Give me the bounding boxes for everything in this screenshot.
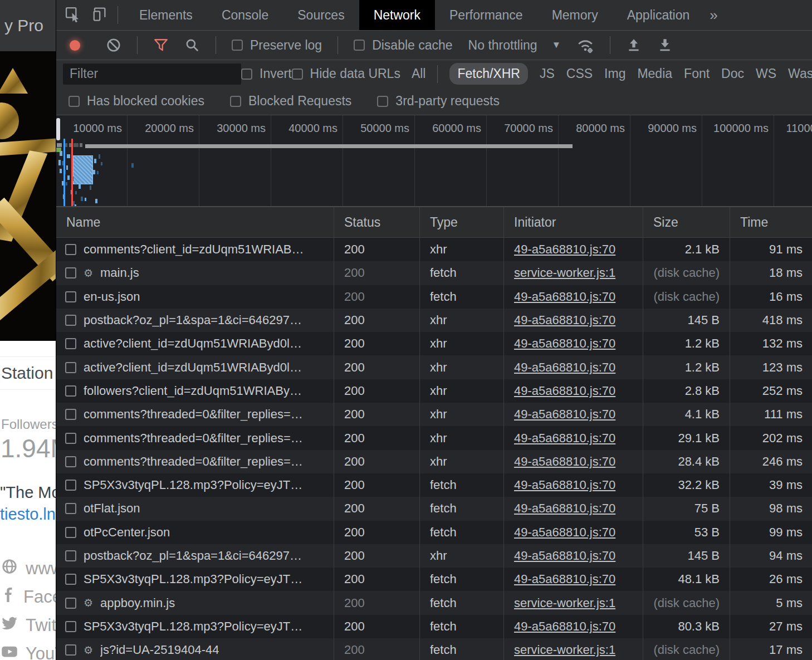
table-row[interactable]: ⚙js?id=UA-2519404-44200fetchservice-work… [56,638,812,660]
column-header-status[interactable]: Status [334,207,420,237]
has-blocked-cookies-checkbox[interactable] [69,96,80,107]
clear-button[interactable] [106,37,121,53]
export-har-icon[interactable] [657,37,673,53]
import-har-icon[interactable] [626,37,642,53]
column-header-initiator[interactable]: Initiator [504,207,643,237]
table-row[interactable]: ⚙main.js200fetchservice-worker.js:1(disk… [56,261,812,285]
disable-cache-checkbox[interactable] [354,40,365,51]
throttling-select[interactable]: No throttling [468,38,537,53]
initiator-link[interactable]: 49-a5a68810.js:70 [514,619,615,634]
initiator-link[interactable]: 49-a5a68810.js:70 [514,313,615,327]
filter-input[interactable] [63,63,241,85]
row-checkbox[interactable] [65,621,76,632]
row-checkbox[interactable] [65,480,76,491]
preserve-log-checkbox[interactable] [232,40,243,51]
filter-type-all[interactable]: All [412,66,426,81]
initiator-link[interactable]: 49-a5a68810.js:70 [514,290,615,304]
table-row[interactable]: en-us.json200fetch49-a5a68810.js:70(disk… [56,285,812,309]
bio-link[interactable]: tiesto.lnk [0,505,56,524]
request-name[interactable]: SP5X3v3tyqPL.128.mp3?Policy=eyJT… [84,478,302,492]
column-header-type[interactable]: Type [420,207,504,237]
row-checkbox[interactable] [65,456,76,467]
tab-performance[interactable]: Performance [435,0,537,30]
blocked-requests-checkbox[interactable] [230,96,241,107]
tab-network[interactable]: Network [359,0,435,30]
social-link-faceb[interactable]: Faceb [0,586,56,608]
request-name[interactable]: otFlat.json [84,501,140,516]
3rd-party-requests-label[interactable]: 3rd-party requests [395,94,500,109]
table-row[interactable]: followers?client_id=zdUqm51WRIABy…200xhr… [56,379,812,403]
request-name[interactable]: main.js [100,266,139,280]
invert-checkbox[interactable] [241,69,252,80]
table-row[interactable]: comments?threaded=0&filter_replies=…200x… [56,426,812,449]
initiator-link[interactable]: service-worker.js:1 [514,266,615,280]
row-checkbox[interactable] [65,644,76,656]
row-checkbox[interactable] [65,527,76,538]
filter-type-js[interactable]: JS [540,66,555,81]
table-row[interactable]: comments?threaded=0&filter_replies=…200x… [56,403,812,426]
table-row[interactable]: SP5X3v3tyqPL.128.mp3?Policy=eyJT…200fetc… [56,473,812,497]
initiator-link[interactable]: 49-a5a68810.js:70 [514,454,615,469]
row-checkbox[interactable] [65,291,76,302]
initiator-link[interactable]: 49-a5a68810.js:70 [514,431,615,446]
column-header-time[interactable]: Time [730,207,812,237]
initiator-link[interactable]: 49-a5a68810.js:70 [514,360,615,375]
social-link-youtu[interactable]: YouTu [0,643,56,660]
record-button[interactable] [70,40,80,51]
row-checkbox[interactable] [65,267,76,278]
filter-type-img[interactable]: Img [604,66,625,81]
table-row[interactable]: comments?client_id=zdUqm51WRIAB…200xhr49… [56,238,812,261]
blocked-requests-label[interactable]: Blocked Requests [248,94,351,109]
request-name[interactable]: postback?oz_pl=1&spa=1&ci=646297… [84,313,302,327]
initiator-link[interactable]: 49-a5a68810.js:70 [514,336,615,351]
preserve-log-label[interactable]: Preserve log [250,38,322,53]
column-header-size[interactable]: Size [643,207,730,237]
filter-type-css[interactable]: CSS [566,66,593,81]
hide-data-urls-label[interactable]: Hide data URLs [310,66,400,81]
row-checkbox[interactable] [65,550,76,561]
overview-drag-handle[interactable] [56,118,60,140]
request-name[interactable]: js?id=UA-2519404-44 [100,643,219,657]
table-row[interactable]: active?client_id=zdUqm51WRIAByd0l…200xhr… [56,355,812,379]
tab-sources[interactable]: Sources [283,0,359,30]
row-checkbox[interactable] [65,362,76,373]
request-name[interactable]: comments?threaded=0&filter_replies=… [84,431,303,446]
initiator-link[interactable]: 49-a5a68810.js:70 [514,549,615,563]
tab-application[interactable]: Application [613,0,705,30]
initiator-link[interactable]: 49-a5a68810.js:70 [514,501,615,516]
tab-memory[interactable]: Memory [537,0,613,30]
tab-elements[interactable]: Elements [125,0,207,30]
request-name[interactable]: SP5X3v3tyqPL.128.mp3?Policy=eyJT… [84,572,302,586]
more-tabs-chevron[interactable]: » [704,0,723,30]
initiator-link[interactable]: 49-a5a68810.js:70 [514,525,615,540]
initiator-link[interactable]: 49-a5a68810.js:70 [514,407,615,422]
initiator-link[interactable]: 49-a5a68810.js:70 [514,478,615,492]
inspect-element-icon[interactable] [64,6,81,25]
initiator-link[interactable]: service-worker.js:1 [514,596,615,610]
request-name[interactable]: comments?threaded=0&filter_replies=… [84,407,303,422]
filter-type-media[interactable]: Media [637,66,672,81]
network-conditions-icon[interactable] [576,37,594,53]
social-link-www[interactable]: www. [0,558,56,579]
row-checkbox[interactable] [65,385,76,397]
invert-label[interactable]: Invert [260,66,292,81]
filter-toggle-icon[interactable] [153,37,169,53]
table-row[interactable]: ⚙appboy.min.js200fetchservice-worker.js:… [56,591,812,614]
filter-type-font[interactable]: Font [684,66,710,81]
row-checkbox[interactable] [65,409,76,420]
device-toolbar-icon[interactable] [91,6,107,25]
table-row[interactable]: SP5X3v3tyqPL.128.mp3?Policy=eyJT…200fetc… [56,615,812,638]
table-row[interactable]: otPcCenter.json200fetch49-a5a68810.js:70… [56,521,812,544]
initiator-link[interactable]: 49-a5a68810.js:70 [514,242,615,257]
disable-cache-label[interactable]: Disable cache [372,38,452,53]
row-checkbox[interactable] [65,433,76,444]
request-name[interactable]: otPcCenter.json [84,525,170,540]
row-checkbox[interactable] [65,574,76,585]
row-checkbox[interactable] [65,503,76,514]
3rd-party-requests-checkbox[interactable] [377,96,388,107]
request-name[interactable]: postback?oz_pl=1&spa=1&ci=646297… [84,549,302,563]
initiator-link[interactable]: 49-a5a68810.js:70 [514,384,615,398]
station-button[interactable]: Station [0,356,56,390]
request-name[interactable]: followers?client_id=zdUqm51WRIABy… [84,384,302,398]
request-name[interactable]: comments?threaded=0&filter_replies=… [84,454,303,469]
